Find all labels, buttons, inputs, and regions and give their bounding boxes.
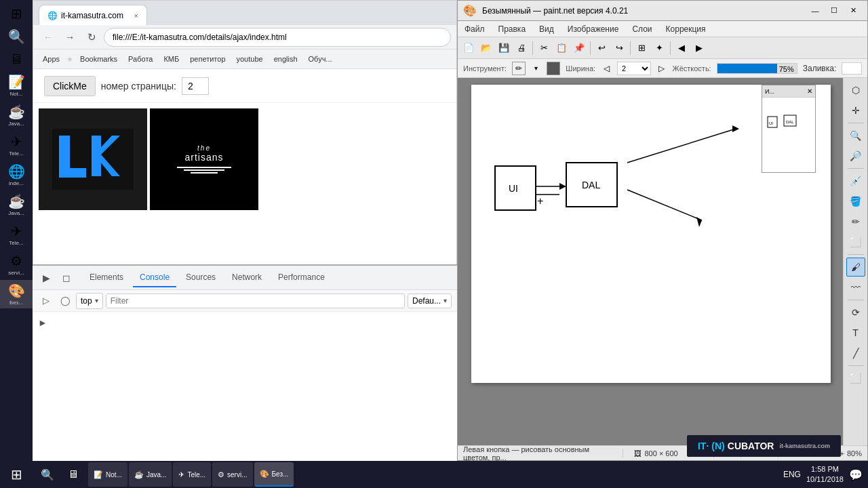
tool-eraser[interactable]: ⬜	[846, 232, 865, 251]
bookmark-rabota[interactable]: Работа	[124, 54, 157, 64]
tool-move[interactable]: ✛	[846, 101, 865, 120]
sidebar-item-java2[interactable]: ☕ Java...	[0, 190, 33, 219]
taskbar-search[interactable]: 🔍	[35, 462, 60, 487]
console-filter-input[interactable]	[106, 293, 405, 308]
tab-network[interactable]: Network	[225, 268, 269, 287]
device-toolbar-button[interactable]: ◻	[58, 270, 75, 286]
click-me-button[interactable]: ClickMe	[44, 76, 96, 96]
width-decrease[interactable]: ◁	[601, 63, 612, 74]
svg-rect-5	[762, 98, 815, 171]
thumbnail-content: UI DAL	[762, 98, 815, 172]
print-tool-button[interactable]: 🖨	[513, 40, 530, 56]
start-button[interactable]: ⊞	[0, 3, 33, 24]
tool-zoom[interactable]: 🔍	[846, 126, 865, 145]
notification-button[interactable]: 💬	[849, 468, 863, 481]
back-button[interactable]: ←	[39, 28, 58, 47]
taskbar-app-java[interactable]: ☕ Java...	[129, 462, 172, 487]
tool-shapes[interactable]: ╱	[846, 344, 865, 363]
taskbar-paint-label: Без...	[272, 470, 289, 478]
task-view-button[interactable]: 🖥	[0, 49, 33, 70]
tab-performance[interactable]: Performance	[271, 268, 332, 287]
system-clock: 1:58 PM 10/11/2018	[806, 464, 844, 485]
zoom-out-nav[interactable]: ▶	[691, 40, 707, 56]
grid-tool-button[interactable]: ⊞	[633, 40, 650, 56]
fill-color-preview[interactable]	[842, 62, 862, 75]
width-select[interactable]: 2 4 6	[617, 62, 651, 75]
menu-file[interactable]: Файл	[458, 21, 492, 37]
open-tool-button[interactable]: 📂	[478, 40, 494, 56]
bookmark-english[interactable]: english	[270, 54, 302, 64]
sidebar-item-service[interactable]: ⚙ servi...	[0, 250, 33, 279]
browser-tab[interactable]: 🌐 it-kamasutra.com ×	[39, 5, 147, 25]
taskbar-task-view[interactable]: 🖥	[61, 462, 85, 487]
tool-eyedropper[interactable]: 💉	[846, 171, 865, 190]
menu-adjustments[interactable]: Коррекция	[659, 21, 713, 37]
tool-pan[interactable]: 🔎	[846, 146, 865, 165]
sidebar-item-telegram[interactable]: ✈ Tele...	[0, 131, 33, 159]
effects-tool-button[interactable]: ✦	[651, 40, 667, 56]
save-tool-button[interactable]: 💾	[496, 40, 512, 56]
taskbar-app-paint[interactable]: 🎨 Без...	[254, 462, 294, 487]
taskbar-app-notes[interactable]: 📝 Not...	[88, 462, 127, 487]
paint-canvas-area[interactable]: UI + DAL	[458, 78, 843, 445]
sidebar-item-paint[interactable]: 🎨 Без...	[0, 280, 33, 308]
copy-tool-button[interactable]: 📋	[553, 40, 570, 56]
menu-edit[interactable]: Правка	[492, 21, 533, 37]
log-levels-selector[interactable]: Defau... ▾	[408, 293, 452, 308]
bookmark-kmb[interactable]: КМБ	[159, 54, 183, 64]
tab-sources[interactable]: Sources	[179, 268, 222, 287]
hardness-label: Жёсткость:	[672, 64, 711, 73]
sidebar-label: servi...	[8, 270, 24, 276]
close-button[interactable]: ✕	[844, 4, 862, 18]
tool-gradient[interactable]: ⬜	[846, 369, 865, 388]
paste-tool-button[interactable]: 📌	[571, 40, 587, 56]
tool-selector[interactable]: ✏	[512, 62, 526, 75]
bookmark-bookmarks[interactable]: Bookmarks	[76, 54, 121, 64]
forward-button[interactable]: →	[60, 28, 79, 47]
clear-console-button[interactable]: ▷	[38, 293, 54, 309]
tool-pencil[interactable]: ✏	[846, 212, 865, 231]
tab-console[interactable]: Console	[133, 268, 176, 287]
sidebar-item-java[interactable]: ☕ Java...	[0, 101, 33, 129]
bookmark-repetitor[interactable]: репетитор	[186, 54, 229, 64]
apps-bookmark[interactable]: Apps	[39, 54, 64, 64]
width-increase[interactable]: ▷	[656, 63, 667, 74]
search-button[interactable]: 🔍	[0, 26, 33, 47]
undo-tool-button[interactable]: ↩	[593, 40, 610, 56]
thumbnail-close[interactable]: ✕	[807, 87, 812, 95]
tool-lasso[interactable]: ⬡	[846, 81, 865, 100]
tool-brush[interactable]: 🖌	[846, 258, 865, 277]
hardness-slider[interactable]: 75%	[717, 63, 797, 74]
maximize-button[interactable]: ☐	[825, 4, 843, 18]
tool-dropdown[interactable]: ▾	[531, 63, 542, 74]
taskbar-start[interactable]: ⊞	[0, 461, 33, 488]
minimize-button[interactable]: —	[806, 4, 824, 18]
bookmark-youtube[interactable]: youtube	[233, 54, 267, 64]
menu-image[interactable]: Изображение	[561, 21, 626, 37]
tab-elements[interactable]: Elements	[83, 268, 130, 287]
new-tool-button[interactable]: 📄	[460, 40, 477, 56]
inspect-element-button[interactable]: ▶	[38, 270, 54, 286]
refresh-button[interactable]: ↻	[82, 28, 101, 47]
cut-tool-button[interactable]: ✂	[536, 40, 552, 56]
redo-tool-button[interactable]: ↪	[611, 40, 627, 56]
sidebar-item-index[interactable]: 🌐 inde...	[0, 161, 33, 189]
zoom-in-nav[interactable]: ◀	[673, 40, 690, 56]
page-header: ClickMe номер страницы: 2	[33, 69, 456, 103]
tool-clone[interactable]: ⟳	[846, 303, 865, 322]
tab-close-button[interactable]: ×	[134, 12, 138, 20]
stop-button[interactable]: ◯	[57, 293, 73, 309]
bookmark-obuch[interactable]: Обуч...	[304, 54, 336, 64]
address-bar[interactable]: file:///E:/it-kamasutra.com/details/ajax…	[104, 28, 451, 47]
menu-view[interactable]: Вид	[532, 21, 561, 37]
menu-layers[interactable]: Слои	[625, 21, 658, 37]
taskbar-app-service[interactable]: ⚙ servi...	[212, 462, 252, 487]
tool-smudge[interactable]: 〰	[846, 278, 865, 297]
tool-text[interactable]: T	[846, 323, 865, 342]
taskbar-app-telegram[interactable]: ✈ Tele...	[173, 462, 211, 487]
console-expand-arrow[interactable]: ►	[38, 317, 47, 328]
sidebar-item-telegram2[interactable]: ✈ Tele...	[0, 220, 33, 249]
sidebar-item-notes[interactable]: 📝 Not...	[0, 71, 33, 100]
context-selector[interactable]: top ▾	[76, 293, 103, 309]
tool-recolor[interactable]: 🪣	[846, 192, 865, 211]
